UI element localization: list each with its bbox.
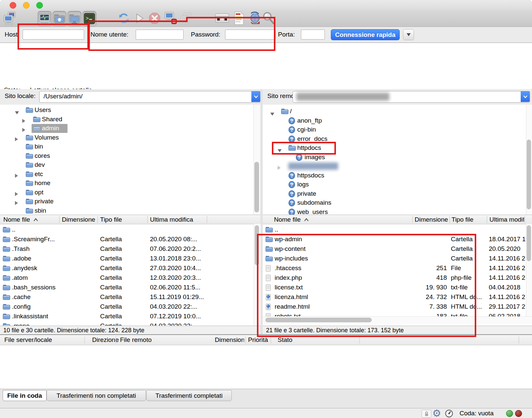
remote-site-combo-arrow[interactable] bbox=[521, 91, 530, 102]
tree-item[interactable] bbox=[263, 162, 532, 171]
queue-column-divider[interactable] bbox=[245, 336, 246, 344]
column-header-type[interactable]: Tipo file bbox=[100, 216, 146, 223]
queue-column-divider[interactable] bbox=[519, 336, 519, 344]
file-row-.anydesk[interactable]: .anydeskCartella27.03.2020 10:4... bbox=[0, 264, 260, 273]
column-header-type[interactable]: Tipo file bbox=[452, 216, 485, 223]
tree-item-cores[interactable]: cores bbox=[0, 152, 260, 160]
file-row-.adobe[interactable]: .adobeCartella13.01.2018 23:0... bbox=[0, 254, 260, 264]
file-row-..[interactable]: .. bbox=[263, 225, 532, 235]
file-row-.htaccess[interactable]: .htaccess251File14.11.2016 2 bbox=[263, 264, 532, 273]
speed-limits-button[interactable] bbox=[445, 409, 453, 418]
tree-item-logs[interactable]: ? logs bbox=[263, 180, 532, 189]
local-site-combo[interactable]: /Users/admin/ bbox=[39, 91, 261, 103]
file-row-.Trash[interactable]: .TrashCartella07.06.2020 20:2... bbox=[0, 245, 260, 254]
tab-trasferimenti-non-completati[interactable]: Trasferimenti non completati bbox=[47, 390, 146, 401]
column-header-modified[interactable]: Ultima modifica bbox=[150, 216, 206, 223]
file-row-.config[interactable]: .configCartella04.03.2020 22:... bbox=[0, 302, 260, 312]
panel-splitter[interactable] bbox=[260, 89, 263, 334]
file-row-.bash_sessions[interactable]: .bash_sessionsCartella02.06.2020 11:5... bbox=[0, 283, 260, 293]
local-tree-scrollbar-thumb[interactable] bbox=[254, 162, 259, 212]
toggle-remote-tree-button[interactable] bbox=[67, 11, 81, 26]
tab-trasferimenti-completati[interactable]: Trasferimenti completati bbox=[146, 390, 232, 401]
column-divider[interactable] bbox=[97, 216, 98, 223]
expand-arrow-icon[interactable] bbox=[15, 192, 18, 196]
column-divider[interactable] bbox=[412, 216, 413, 223]
queue-column-divider[interactable] bbox=[84, 336, 85, 344]
tree-item-httpdocs[interactable]: httpdocs bbox=[263, 144, 532, 153]
queue-column-divider[interactable] bbox=[271, 336, 271, 344]
tree-item-subdomains[interactable]: ? subdomains bbox=[263, 198, 532, 207]
tree-item-sbin[interactable]: sbin bbox=[0, 206, 260, 215]
expand-arrow-icon[interactable] bbox=[278, 166, 281, 170]
expand-arrow-icon[interactable] bbox=[15, 201, 18, 205]
file-row-wp-content[interactable]: wp-contentCartella20.05.2020 bbox=[263, 245, 532, 254]
settings-gear-icon[interactable]: ⚙︎ bbox=[432, 407, 441, 418]
tree-item-Volumes[interactable]: Volumes bbox=[0, 133, 260, 142]
cancel-operation-button[interactable] bbox=[148, 11, 161, 26]
expand-arrow-icon[interactable] bbox=[15, 174, 18, 178]
tree-item-opt[interactable]: opt bbox=[0, 188, 260, 197]
port-input[interactable] bbox=[301, 30, 325, 40]
file-row-licenza.html[interactable]: licenza.html24. 732HTML do...14.11.2016 … bbox=[263, 293, 532, 302]
column-divider[interactable] bbox=[487, 216, 487, 223]
tree-item-private[interactable]: private bbox=[0, 197, 260, 206]
tree-item-home[interactable]: home bbox=[0, 179, 260, 188]
column-divider[interactable] bbox=[59, 216, 60, 223]
directory-comparison-button[interactable] bbox=[214, 11, 230, 26]
tree-item-error_docs[interactable]: ? error_docs bbox=[263, 135, 532, 144]
file-row-readme.html[interactable]: readme.html7. 338HTML do...29.11.2017 2 bbox=[263, 302, 532, 312]
expand-collapse-icon[interactable] bbox=[278, 149, 282, 152]
column-divider[interactable] bbox=[207, 216, 207, 223]
tree-item-cgi-bin[interactable]: ? cgi-bin bbox=[263, 125, 532, 134]
tree-item-dev[interactable]: dev bbox=[0, 160, 260, 169]
tree-item-Users[interactable]: Users bbox=[0, 106, 260, 115]
column-divider[interactable] bbox=[450, 216, 450, 223]
queue-column-3[interactable]: Dimensione bbox=[215, 336, 244, 344]
remote-tree-scrollbar-thumb[interactable] bbox=[527, 140, 531, 209]
remote-list-vscrollbar-thumb[interactable] bbox=[527, 225, 531, 261]
column-header-modified[interactable]: Ultima modif bbox=[489, 216, 524, 223]
synchronized-browsing-files-button[interactable] bbox=[233, 11, 245, 26]
quickconnect-dropdown-button[interactable] bbox=[403, 29, 414, 40]
file-row-license.txt[interactable]: license.txt19. 930txt-file04.04.2018 bbox=[263, 283, 532, 293]
remote-site-combo[interactable] bbox=[293, 91, 530, 103]
file-row-.mono[interactable]: .monoCartella04.03.2020 22:... bbox=[0, 322, 260, 326]
file-row-.linkassistant[interactable]: .linkassistantCartella07.12.2019 10:0... bbox=[0, 312, 260, 322]
password-input[interactable] bbox=[225, 30, 276, 40]
remote-list-hscrollbar-thumb[interactable] bbox=[265, 318, 372, 322]
tree-item-web_users[interactable]: ? web_users bbox=[263, 208, 532, 215]
process-queue-button[interactable] bbox=[133, 11, 146, 26]
tree-item-[interactable]: / bbox=[263, 107, 532, 116]
zoom-window-button[interactable] bbox=[36, 2, 43, 9]
file-row-.ScreamingFr...[interactable]: .ScreamingFr...Cartella20.05.2020 08:... bbox=[0, 235, 260, 245]
quickconnect-button[interactable]: Connessione rapida bbox=[331, 29, 400, 40]
tree-item-bin[interactable]: bin bbox=[0, 142, 260, 151]
expand-arrow-icon[interactable] bbox=[22, 128, 25, 132]
tree-item-images[interactable]: ? images bbox=[263, 153, 532, 162]
synchronized-browsing-button[interactable] bbox=[247, 11, 262, 26]
site-manager-button[interactable] bbox=[2, 11, 18, 26]
column-header-name[interactable]: Nome file bbox=[274, 216, 327, 223]
lock-button[interactable] bbox=[422, 410, 431, 418]
file-row-index.php[interactable]: index.php418php-file14.11.2016 2 bbox=[263, 273, 532, 283]
expand-collapse-icon[interactable] bbox=[270, 113, 274, 116]
file-row-robots.txt[interactable]: robots.txt183txt-file06.02.2018 bbox=[263, 312, 532, 316]
reconnect-button[interactable] bbox=[180, 11, 194, 26]
column-header-size[interactable]: Dimensione fil bbox=[62, 216, 97, 223]
tree-item-Shared[interactable]: Shared bbox=[0, 115, 260, 124]
local-site-combo-arrow[interactable] bbox=[251, 91, 260, 102]
tree-item-admin[interactable]: admin bbox=[0, 124, 260, 133]
tab-file-in-coda[interactable]: File in coda bbox=[3, 390, 47, 401]
tree-item-anon_ftp[interactable]: ? anon_ftp bbox=[263, 116, 532, 125]
expand-arrow-icon[interactable] bbox=[15, 137, 18, 141]
local-list-vscrollbar-thumb[interactable] bbox=[255, 225, 259, 265]
file-row-wp-includes[interactable]: wp-includesCartella14.11.2016 2 bbox=[263, 254, 532, 264]
refresh-button[interactable] bbox=[117, 11, 131, 26]
queue-column-divider[interactable] bbox=[116, 336, 116, 344]
file-row-..[interactable]: .. bbox=[0, 225, 260, 235]
expand-collapse-icon[interactable] bbox=[15, 111, 19, 114]
toggle-transfer-queue-button[interactable]: > bbox=[82, 11, 96, 26]
file-row-.cache[interactable]: .cacheCartella15.11.2019 01:29... bbox=[0, 293, 260, 302]
toggle-local-tree-button[interactable] bbox=[53, 11, 66, 26]
queue-column-2[interactable]: File remoto bbox=[120, 336, 203, 344]
